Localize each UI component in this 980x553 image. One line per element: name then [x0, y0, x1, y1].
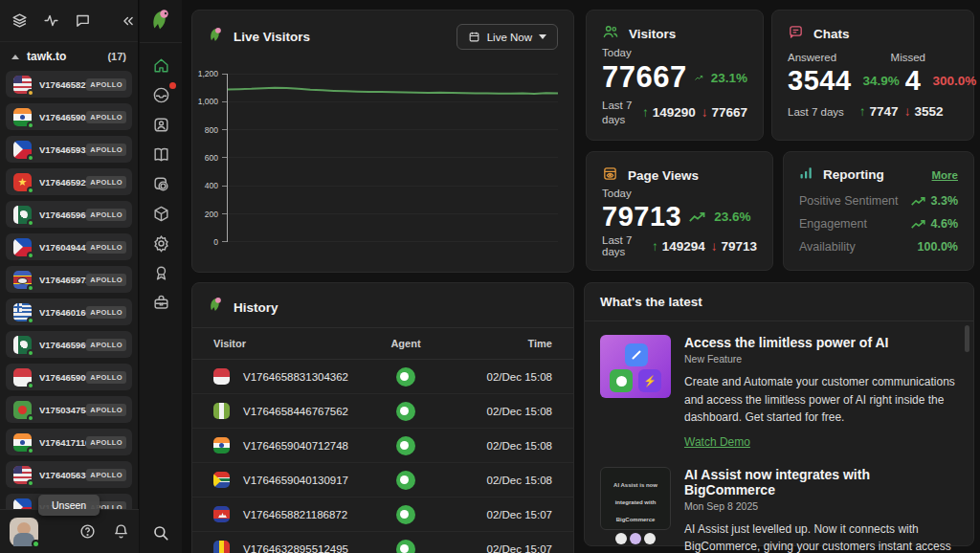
chat-time: 02/Dec 15:08: [458, 475, 573, 486]
nav-toolbox-icon[interactable]: [148, 294, 173, 311]
visitor-list-item[interactable]: V176465827... APOLLO: [6, 71, 132, 98]
nav-rail: [140, 0, 182, 553]
reporting-metric-value: 100.0%: [918, 240, 958, 254]
flag-india-icon: [13, 108, 32, 126]
visitor-list-item[interactable]: V176465909... APOLLO: [6, 364, 132, 390]
visitor-id: V1764658821186872: [243, 509, 347, 520]
news-item: ⚡ Access the limitless power of AI New F…: [585, 321, 973, 453]
visitor-list: V176465827... APOLLO V176465902... APOLL…: [0, 69, 138, 528]
chats-bubble-icon[interactable]: [75, 12, 91, 29]
help-icon[interactable]: [79, 523, 96, 540]
bigcommerce-thumbnail: AI Assist is now integrated with BigComm…: [600, 467, 671, 530]
visitor-id: V1764659040130917: [243, 475, 348, 486]
collapse-sidebar-icon[interactable]: [122, 14, 135, 28]
visitor-sidebar: tawk.to (17) V176465827... APOLLO V17646…: [0, 0, 139, 553]
visitor-id: V176465929...: [39, 177, 86, 188]
pageviews-trend: 23.6%: [714, 210, 750, 224]
history-row[interactable]: V1764658446767562 02/Dec 15:08: [192, 394, 573, 429]
last7-down-value: 3552: [914, 104, 943, 119]
chats-stat-card: Chats Answered Missed 3544 34.9% 4 300.0…: [771, 10, 974, 141]
chat-time: 02/Dec 15:08: [458, 371, 573, 383]
news-title: Access the limitless power of AI: [684, 335, 956, 350]
card-title: Chats: [813, 27, 850, 41]
agent-avatar: [396, 436, 415, 455]
parrot-icon: [208, 297, 224, 318]
property-name: tawk.to: [27, 50, 66, 63]
integration-diagram: [605, 533, 666, 544]
last7-up-value: 7747: [870, 104, 899, 119]
visitor-list-item[interactable]: V175034754... APOLLO: [6, 396, 132, 423]
trend-up-icon: [695, 72, 703, 84]
nav-inbox-icon[interactable]: [148, 86, 173, 103]
visitor-list-item[interactable]: V176465969... APOLLO: [6, 331, 132, 358]
page-views-stat-card: Page Views Today 79713 23.6% Last 7 days…: [586, 151, 773, 271]
card-title: Page Views: [628, 168, 699, 183]
history-row[interactable]: V1764658831304362 02/Dec 15:08: [192, 360, 573, 394]
y-axis-tick: 0: [213, 237, 218, 247]
visitor-list-item[interactable]: V176049447... APOLLO: [6, 233, 132, 260]
flag-greece-icon: [13, 303, 32, 321]
answered-label: Answered: [788, 52, 836, 63]
history-row[interactable]: V1764658821186872 02/Dec 15:07: [192, 498, 573, 532]
time-range-dropdown[interactable]: Live Now: [457, 24, 558, 50]
nav-apps-icon[interactable]: [148, 205, 173, 222]
trend-up-icon: [911, 219, 926, 230]
card-title: Reporting: [823, 167, 884, 182]
search-icon[interactable]: [140, 524, 182, 542]
agent-badge: APOLLO: [86, 241, 126, 254]
visitor-list-item[interactable]: V176465931... APOLLO: [6, 136, 132, 163]
history-row[interactable]: V1764659040130917 02/Dec 15:08: [192, 463, 573, 498]
monitoring-stack-icon[interactable]: [11, 12, 28, 29]
scrollbar-thumb[interactable]: [965, 325, 969, 352]
news-meta: New Feature: [684, 353, 956, 365]
nav-chat-widget-icon[interactable]: [148, 175, 173, 192]
nav-achievements-medal-icon[interactable]: [148, 264, 173, 281]
flag-indonesia-icon: [213, 368, 230, 385]
visitor-list-item[interactable]: V176465902... APOLLO: [6, 103, 132, 130]
unseen-tooltip: Unseen: [38, 495, 100, 516]
up-arrow-icon: ↑: [652, 239, 658, 254]
property-group-header[interactable]: tawk.to (17): [0, 44, 138, 69]
missed-trend: 300.0%: [932, 74, 976, 88]
user-avatar[interactable]: [10, 518, 38, 546]
flag-india-icon: [213, 437, 230, 453]
up-arrow-icon: ↑: [642, 105, 649, 120]
history-row[interactable]: V1764659040712748 02/Dec 15:08: [192, 429, 573, 463]
live-chart-line: [228, 74, 558, 242]
visitor-list-item[interactable]: V176465929... APOLLO: [6, 168, 132, 195]
activity-pulse-icon[interactable]: [43, 12, 59, 29]
visitor-list-item[interactable]: V176405638... APOLLO: [6, 461, 132, 488]
visitor-id: V176405638...: [39, 470, 86, 480]
nav-home-icon[interactable]: [148, 56, 173, 74]
ai-feature-thumbnail: ⚡: [600, 335, 671, 398]
visitor-id: V176460160...: [39, 307, 86, 318]
live-visitors-panel: Live Visitors Live Now 1,200 1,000 800 6…: [191, 10, 574, 273]
visitor-id: V176465972...: [39, 275, 86, 285]
tawkto-parrot-logo-icon[interactable]: [140, 0, 182, 43]
notifications-bell-icon[interactable]: [113, 523, 129, 540]
nav-contacts-icon[interactable]: [148, 116, 173, 133]
agent-avatar: [396, 505, 415, 524]
visitor-id: V176465969...: [39, 340, 86, 350]
history-row[interactable]: V1764632895512495 02/Dec 15:07: [192, 532, 573, 553]
agent-avatar: [396, 540, 415, 553]
chat-time: 02/Dec 15:08: [458, 406, 573, 417]
reporting-more-link[interactable]: More: [932, 169, 958, 181]
missed-value: 4: [905, 65, 922, 97]
watch-demo-link[interactable]: Watch Demo: [684, 435, 750, 449]
last7-label: Last 7: [602, 100, 632, 111]
nav-administration-gear-icon[interactable]: [148, 234, 173, 252]
y-axis-tick: 400: [205, 181, 218, 190]
visitor-list-item[interactable]: V176460160... APOLLO: [6, 299, 132, 325]
flag-romania-icon: [213, 541, 230, 553]
visitors-stat-card: Visitors Today 77667 23.1% Last 7days ↑1…: [586, 10, 764, 141]
nav-knowledge-base-icon[interactable]: [148, 145, 173, 163]
agent-badge: APOLLO: [86, 274, 126, 286]
live-visitors-chart: 1,200 1,000 800 600 400 200 0: [227, 74, 558, 242]
visitor-list-item[interactable]: V176465965... APOLLO: [6, 201, 132, 228]
visitor-list-item[interactable]: V176417110... APOLLO: [6, 429, 132, 455]
panel-title: What's the latest: [585, 283, 973, 321]
visitor-list-item[interactable]: V176465972... APOLLO: [6, 266, 132, 293]
agent-badge: APOLLO: [86, 404, 126, 416]
card-title: Visitors: [629, 27, 676, 41]
